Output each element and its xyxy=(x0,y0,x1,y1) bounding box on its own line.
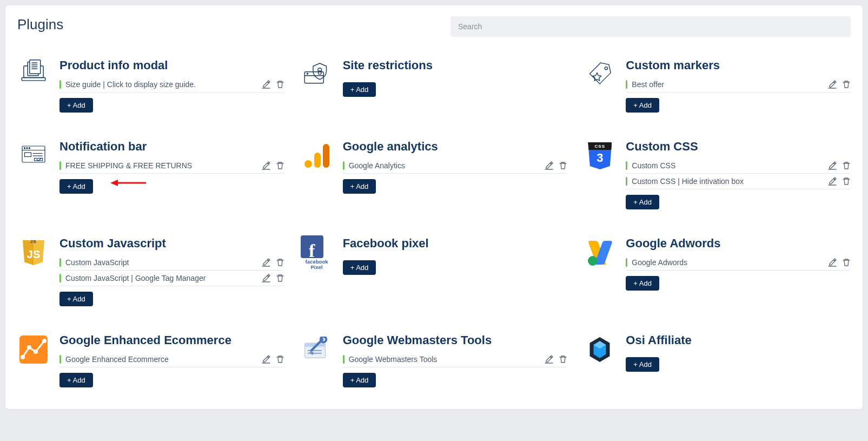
trash-icon[interactable] xyxy=(842,161,851,170)
svg-point-26 xyxy=(27,345,31,350)
plugin-body: Custom JavascriptCustom JavaScriptCustom… xyxy=(59,236,284,306)
plugin-item-row: Google Enhanced Ecommerce xyxy=(59,352,284,367)
status-bar xyxy=(626,177,627,186)
add-button[interactable]: + Add xyxy=(343,260,376,275)
trash-icon[interactable] xyxy=(559,161,567,170)
add-button[interactable]: + Add xyxy=(626,357,659,372)
plugin-google-analytics: Google analyticsGoogle Analytics+ Add xyxy=(301,140,568,209)
fb-icon: ffacebook Pixel xyxy=(301,236,333,269)
plugin-item-label: Google Adwords xyxy=(632,258,824,267)
plugin-item-row: Size guide | Click to display size guide… xyxy=(59,77,284,93)
plugin-item-row: Custom JavaScript | Google Tag Manager xyxy=(59,271,284,286)
status-bar xyxy=(626,258,627,267)
row-actions xyxy=(262,161,284,170)
status-bar xyxy=(626,161,627,170)
status-bar xyxy=(59,258,61,267)
edit-icon[interactable] xyxy=(545,355,553,364)
plugin-facebook-pixel: ffacebook PixelFacebook pixel+ Add xyxy=(301,236,568,306)
plugin-item-label: Google Enhanced Ecommerce xyxy=(65,355,257,364)
edit-icon[interactable] xyxy=(262,355,270,364)
add-button[interactable]: + Add xyxy=(626,98,659,113)
plugins-panel: Plugins Product info modalSize guide | C… xyxy=(5,5,863,409)
svg-rect-0 xyxy=(22,77,45,80)
status-bar xyxy=(59,80,61,89)
shield-lock-icon xyxy=(301,58,333,91)
edit-icon[interactable] xyxy=(262,274,270,282)
svg-point-16 xyxy=(24,148,25,149)
plugin-title: Google Enhanced Ecommerce xyxy=(59,333,284,347)
plugin-google-webmasters-tools: Google Webmasters ToolsGoogle Webmasters… xyxy=(301,333,568,387)
browser-bar-icon xyxy=(17,140,50,172)
edit-icon[interactable] xyxy=(262,161,270,170)
add-button[interactable]: + Add xyxy=(59,179,93,194)
row-actions xyxy=(545,161,567,170)
trash-icon[interactable] xyxy=(276,258,284,267)
plugin-google-enhanced-ecommerce: Google Enhanced EcommerceGoogle Enhanced… xyxy=(17,333,284,387)
plugin-title: Google Adwords xyxy=(626,236,851,251)
svg-point-10 xyxy=(307,73,308,74)
plugin-custom-css: CSS3Custom CSSCustom CSSCustom CSS | Hid… xyxy=(584,140,851,209)
edit-icon[interactable] xyxy=(828,80,837,89)
add-button[interactable]: + Add xyxy=(59,292,93,306)
trash-icon[interactable] xyxy=(842,177,851,186)
plugin-item-row: Google Webmasters Tools xyxy=(343,352,568,367)
plugin-body: Google Enhanced EcommerceGoogle Enhanced… xyxy=(59,333,284,387)
plugin-item-label: Google Webmasters Tools xyxy=(349,355,541,364)
edit-icon[interactable] xyxy=(262,258,270,267)
add-button[interactable]: + Add xyxy=(343,82,376,97)
plugin-item-label: Custom JavaScript | Google Tag Manager xyxy=(65,274,257,282)
status-bar xyxy=(626,80,627,89)
plugin-body: Site restrictions+ Add xyxy=(343,58,568,97)
plugin-item-row: Google Analytics xyxy=(343,158,568,174)
trash-icon[interactable] xyxy=(276,161,284,170)
trash-icon[interactable] xyxy=(559,355,567,364)
row-actions xyxy=(828,161,851,170)
trash-icon[interactable] xyxy=(842,258,851,267)
edit-icon[interactable] xyxy=(262,80,270,89)
tag-star-icon xyxy=(584,58,616,91)
plugin-item-row: Custom JavaScript xyxy=(59,255,284,271)
plugin-body: Notification barFREE SHIPPING & FREE RET… xyxy=(59,140,284,194)
plugin-body: Custom markersBest offer+ Add xyxy=(626,58,851,113)
add-button[interactable]: + Add xyxy=(343,373,376,387)
plugin-title: Site restrictions xyxy=(343,58,568,73)
edit-icon[interactable] xyxy=(828,258,837,267)
trash-icon[interactable] xyxy=(276,80,284,89)
edit-icon[interactable] xyxy=(828,177,837,186)
js-icon: JSJS xyxy=(17,236,50,269)
status-bar xyxy=(59,355,61,364)
plugin-body: Custom CSSCustom CSSCustom CSS | Hide in… xyxy=(626,140,851,209)
plugin-item-row: Custom CSS xyxy=(626,158,851,174)
plugin-body: Google AdwordsGoogle Adwords+ Add xyxy=(626,236,851,291)
plugin-title: Custom Javascript xyxy=(59,236,284,251)
plugin-title: Custom markers xyxy=(626,58,851,73)
plugin-item-label: Size guide | Click to display size guide… xyxy=(65,80,257,89)
status-bar xyxy=(59,161,61,170)
status-bar xyxy=(59,274,61,282)
plugin-osi-affiliate: Osi Affiliate+ Add xyxy=(584,333,851,387)
trash-icon[interactable] xyxy=(842,80,851,89)
row-actions xyxy=(262,258,284,267)
add-button[interactable]: + Add xyxy=(626,276,659,291)
add-button[interactable]: + Add xyxy=(59,98,93,113)
row-actions xyxy=(828,177,851,186)
plugin-title: Facebook pixel xyxy=(343,236,568,251)
add-button[interactable]: + Add xyxy=(626,195,659,209)
trash-icon[interactable] xyxy=(276,274,284,282)
row-actions xyxy=(262,355,284,364)
wt-icon xyxy=(301,333,333,366)
ge-icon xyxy=(17,333,50,366)
trash-icon[interactable] xyxy=(276,355,284,364)
page-header: Plugins xyxy=(17,16,851,37)
svg-rect-19 xyxy=(25,153,31,157)
plugin-item-label: Custom CSS | Hide intivation box xyxy=(632,177,824,186)
edit-icon[interactable] xyxy=(828,161,837,170)
add-button[interactable]: + Add xyxy=(343,179,376,194)
search-input[interactable] xyxy=(450,16,851,37)
row-actions xyxy=(545,355,567,364)
status-bar xyxy=(343,355,344,364)
add-button[interactable]: + Add xyxy=(59,373,93,387)
plugin-body: Facebook pixel+ Add xyxy=(343,236,568,275)
edit-icon[interactable] xyxy=(545,161,553,170)
plugin-title: Custom CSS xyxy=(626,140,851,154)
